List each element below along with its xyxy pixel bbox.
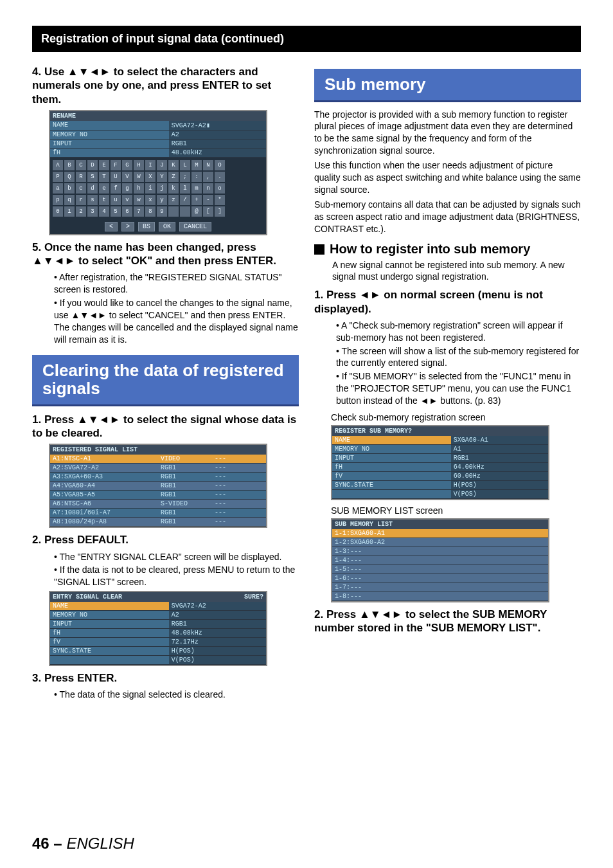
char-cell[interactable]: D	[87, 160, 98, 170]
char-cell[interactable]: 5	[111, 206, 121, 217]
char-cell[interactable]: 2	[76, 206, 86, 217]
sml-row[interactable]: 1-2:SXGA60-A2	[332, 538, 548, 547]
char-cell[interactable]: c	[76, 183, 86, 194]
char-cell[interactable]: J	[157, 160, 167, 170]
char-cell[interactable]: W	[134, 172, 144, 182]
sml-row[interactable]: 1-4:---	[332, 556, 548, 565]
char-cell[interactable]: 6	[122, 206, 132, 217]
signal-row[interactable]: A4:VGA60-A4RGB1---	[50, 482, 266, 491]
char-cell[interactable]: T	[99, 172, 109, 182]
char-cell[interactable]: -	[203, 195, 213, 205]
char-cell[interactable]: t	[99, 195, 109, 205]
char-cell[interactable]: [	[203, 206, 213, 217]
char-cell[interactable]: O	[215, 160, 225, 170]
sml-row[interactable]: 1-1:SXGA60-A1	[332, 529, 548, 538]
char-cell[interactable]: /	[180, 195, 190, 205]
char-cell[interactable]: m	[191, 183, 202, 194]
char-cell[interactable]	[168, 206, 179, 217]
clear-step-1-heading: 1. Press ▲▼◄► to select the signal whose…	[32, 413, 299, 440]
char-cell[interactable]: r	[76, 195, 86, 205]
entry-signal-clear-osd: ENTRY SIGNAL CLEAR SURE? NAMESVGA72-A2ME…	[49, 591, 267, 666]
char-cell[interactable]: k	[168, 183, 179, 194]
char-cell[interactable]: u	[111, 195, 121, 205]
signal-row[interactable]: A3:SXGA+60-A3RGB1---	[50, 473, 266, 482]
char-cell[interactable]: L	[180, 160, 190, 170]
char-cell[interactable]: 4	[99, 206, 109, 217]
sml-row[interactable]: 1-7:---	[332, 583, 548, 592]
char-cell[interactable]: Z	[168, 172, 179, 182]
char-cell[interactable]: S	[87, 172, 98, 182]
char-cell[interactable]: P	[53, 172, 63, 182]
char-cell[interactable]: f	[111, 183, 121, 194]
signal-row[interactable]: A2:SVGA72-A2RGB1---	[50, 464, 266, 473]
sml-row[interactable]: 1-3:---	[332, 547, 548, 556]
rename-btn-bs[interactable]: BS	[138, 222, 155, 231]
char-cell[interactable]: :	[191, 172, 202, 182]
char-cell[interactable]: I	[145, 160, 155, 170]
rename-btn-cancel[interactable]: CANCEL	[179, 222, 211, 231]
char-cell[interactable]: 8	[145, 206, 155, 217]
char-cell[interactable]: X	[145, 172, 155, 182]
rename-btn-ok[interactable]: OK	[159, 222, 175, 231]
char-cell[interactable]: 9	[157, 206, 167, 217]
signal-row[interactable]: A5:VGA85-A5RGB1---	[50, 491, 266, 500]
char-cell[interactable]: 0	[53, 206, 63, 217]
char-cell[interactable]: g	[122, 183, 132, 194]
char-cell[interactable]: V	[122, 172, 132, 182]
char-cell[interactable]: p	[53, 195, 63, 205]
char-cell[interactable]	[180, 206, 190, 217]
char-cell[interactable]: h	[134, 183, 144, 194]
signal-row[interactable]: A8:1080/24p-A8RGB1---	[50, 518, 266, 527]
char-cell[interactable]: .	[215, 172, 225, 182]
rename-btn->[interactable]: >	[121, 222, 134, 231]
char-cell[interactable]: j	[157, 183, 167, 194]
char-cell[interactable]: n	[203, 183, 213, 194]
rename-btn-<[interactable]: <	[105, 222, 118, 231]
char-cell[interactable]: Y	[157, 172, 167, 182]
char-cell[interactable]: @	[191, 206, 202, 217]
char-cell[interactable]: 1	[64, 206, 75, 217]
char-cell[interactable]: C	[76, 160, 86, 170]
char-cell[interactable]: M	[191, 160, 202, 170]
char-cell[interactable]: A	[53, 160, 63, 170]
char-cell[interactable]: H	[134, 160, 144, 170]
char-cell[interactable]: N	[203, 160, 213, 170]
char-cell[interactable]: a	[53, 183, 63, 194]
char-cell[interactable]: l	[180, 183, 190, 194]
char-cell[interactable]: +	[191, 195, 202, 205]
rename-kv-row: INPUTRGB1	[50, 140, 266, 149]
signal-row[interactable]: A7:1080i/60i-A7RGB1---	[50, 509, 266, 518]
sub-step-1-b2: The screen will show a list of the sub-m…	[336, 345, 581, 370]
char-cell[interactable]: E	[99, 160, 109, 170]
char-cell[interactable]: 3	[87, 206, 98, 217]
char-cell[interactable]: b	[64, 183, 75, 194]
char-cell[interactable]: G	[122, 160, 132, 170]
char-cell[interactable]: K	[168, 160, 179, 170]
char-cell[interactable]: B	[64, 160, 75, 170]
char-cell[interactable]: i	[145, 183, 155, 194]
char-cell[interactable]: U	[111, 172, 121, 182]
char-cell[interactable]: e	[99, 183, 109, 194]
signal-row[interactable]: A6:NTSC-A6S-VIDEO---	[50, 500, 266, 509]
sml-row[interactable]: 1-8:---	[332, 592, 548, 601]
char-cell[interactable]: 7	[134, 206, 144, 217]
char-cell[interactable]: w	[134, 195, 144, 205]
char-cell[interactable]: o	[215, 183, 225, 194]
char-cell[interactable]: d	[87, 183, 98, 194]
char-cell[interactable]: s	[87, 195, 98, 205]
char-cell[interactable]: R	[76, 172, 86, 182]
char-cell[interactable]: ]	[215, 206, 225, 217]
char-cell[interactable]: Q	[64, 172, 75, 182]
char-cell[interactable]: v	[122, 195, 132, 205]
char-cell[interactable]: ;	[180, 172, 190, 182]
sml-row[interactable]: 1-5:---	[332, 565, 548, 574]
signal-row[interactable]: A1:NTSC-A1VIDEO---	[50, 455, 266, 464]
char-cell[interactable]: q	[64, 195, 75, 205]
char-cell[interactable]: x	[145, 195, 155, 205]
char-cell[interactable]: z	[168, 195, 179, 205]
char-cell[interactable]: F	[111, 160, 121, 170]
char-cell[interactable]: *	[215, 195, 225, 205]
char-cell[interactable]: ,	[203, 172, 213, 182]
char-cell[interactable]: y	[157, 195, 167, 205]
sml-row[interactable]: 1-6:---	[332, 574, 548, 583]
